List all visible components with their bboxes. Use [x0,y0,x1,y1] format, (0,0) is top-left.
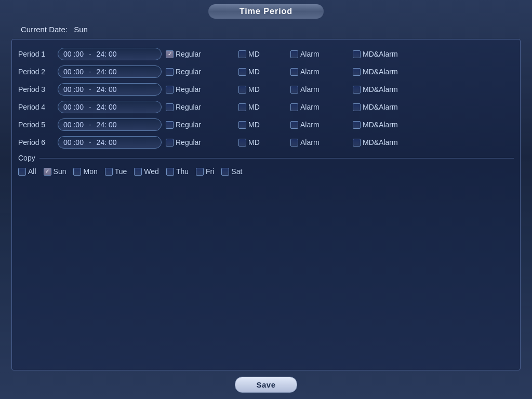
alarm-group-3[interactable]: Alarm [290,85,337,94]
day-check-thu[interactable]: Thu [166,167,189,176]
current-date-row: Current Date: Sun [17,25,521,34]
day-label-sat: Sat [231,167,242,176]
alarm-checkbox-2[interactable] [290,68,298,76]
md-checkbox-3[interactable] [238,86,246,94]
alarm-group-4[interactable]: Alarm [290,103,337,111]
time-field-1[interactable]: 00 :00 - 24: 00 [58,48,162,60]
regular-group-3[interactable]: Regular [166,85,223,94]
alarm-group-1[interactable]: Alarm [290,50,337,58]
mdalarm-checkbox-1[interactable] [353,50,361,58]
mdalarm-checkbox-2[interactable] [353,68,361,76]
period-label-3: Period 3 [18,85,54,94]
period-options-1: Regular MD Alarm MD&Alarm [166,50,514,58]
save-button[interactable]: Save [235,377,297,393]
mdalarm-group-1[interactable]: MD&Alarm [353,50,405,58]
time-dash-6: - [89,138,91,147]
period-options-6: Regular MD Alarm MD&Alarm [166,138,514,147]
md-group-3[interactable]: MD [238,85,275,94]
time-field-4[interactable]: 00 :00 - 24: 00 [58,101,162,113]
day-checkbox-tue[interactable] [105,168,113,176]
alarm-checkbox-1[interactable] [290,50,298,58]
day-label-tue: Tue [115,167,127,176]
md-checkbox-2[interactable] [238,68,246,76]
day-checkbox-sat[interactable] [221,168,229,176]
md-group-1[interactable]: MD [238,50,275,58]
regular-group-1[interactable]: Regular [166,50,223,58]
md-label-1: MD [248,50,260,58]
time-field-6[interactable]: 00 :00 - 24: 00 [58,136,162,149]
mdalarm-group-5[interactable]: MD&Alarm [353,121,405,129]
alarm-checkbox-6[interactable] [290,139,298,147]
md-checkbox-6[interactable] [238,139,246,147]
alarm-checkbox-4[interactable] [290,103,298,111]
day-checkbox-all[interactable] [18,168,26,176]
current-date-value: Sun [74,25,88,34]
regular-checkbox-1[interactable] [166,50,174,58]
md-group-4[interactable]: MD [238,103,275,111]
day-check-mon[interactable]: Mon [73,167,97,176]
start-time-4: 00 :00 [63,103,84,111]
regular-checkbox-2[interactable] [166,68,174,76]
period-options-2: Regular MD Alarm MD&Alarm [166,68,514,76]
alarm-label-2: Alarm [300,68,320,76]
time-field-3[interactable]: 00 :00 - 24: 00 [58,83,162,96]
day-check-sat[interactable]: Sat [221,167,242,176]
alarm-label-5: Alarm [300,121,320,129]
mdalarm-group-2[interactable]: MD&Alarm [353,68,405,76]
day-check-fri[interactable]: Fri [196,167,214,176]
regular-checkbox-3[interactable] [166,86,174,94]
period-row-1: Period 1 00 :00 - 24: 00 Regular MD Alar… [18,48,514,60]
time-field-5[interactable]: 00 :00 - 24: 00 [58,118,162,131]
day-checkbox-mon[interactable] [73,168,81,176]
md-group-2[interactable]: MD [238,68,275,76]
regular-checkbox-5[interactable] [166,121,174,129]
save-btn-container: Save [235,370,297,399]
day-check-wed[interactable]: Wed [134,167,159,176]
mdalarm-checkbox-3[interactable] [353,86,361,94]
alarm-label-6: Alarm [300,138,320,147]
md-group-6[interactable]: MD [238,138,275,147]
day-checkbox-thu[interactable] [166,168,174,176]
regular-group-2[interactable]: Regular [166,68,223,76]
mdalarm-label-6: MD&Alarm [363,138,398,147]
day-check-all[interactable]: All [18,167,36,176]
regular-group-5[interactable]: Regular [166,121,223,129]
regular-checkbox-4[interactable] [166,103,174,111]
current-date-label: Current Date: [21,25,68,34]
mdalarm-checkbox-4[interactable] [353,103,361,111]
alarm-group-6[interactable]: Alarm [290,138,337,147]
md-label-6: MD [248,138,260,147]
mdalarm-group-4[interactable]: MD&Alarm [353,103,405,111]
copy-label: Copy [18,154,35,162]
period-row-6: Period 6 00 :00 - 24: 00 Regular MD Alar… [18,136,514,149]
md-checkbox-4[interactable] [238,103,246,111]
mdalarm-checkbox-5[interactable] [353,121,361,129]
mdalarm-group-6[interactable]: MD&Alarm [353,138,405,147]
copy-divider [39,158,514,158]
day-check-sun[interactable]: Sun [44,167,66,176]
alarm-group-5[interactable]: Alarm [290,121,337,129]
period-label-1: Period 1 [18,50,54,58]
mdalarm-group-3[interactable]: MD&Alarm [353,85,405,94]
day-checkbox-sun[interactable] [44,168,51,176]
mdalarm-checkbox-6[interactable] [353,139,361,147]
md-checkbox-1[interactable] [238,50,246,58]
time-field-2[interactable]: 00 :00 - 24: 00 [58,65,162,78]
alarm-checkbox-5[interactable] [290,121,298,129]
md-label-2: MD [248,68,260,76]
day-checkbox-fri[interactable] [196,168,204,176]
regular-group-4[interactable]: Regular [166,103,223,111]
md-group-5[interactable]: MD [238,121,275,129]
alarm-group-2[interactable]: Alarm [290,68,337,76]
mdalarm-label-1: MD&Alarm [363,50,398,58]
day-checkbox-wed[interactable] [134,168,142,176]
period-label-6: Period 6 [18,138,54,147]
regular-group-6[interactable]: Regular [166,138,223,147]
copy-section: Copy All Sun Mon Tue Wed Thu Fri Sat [18,154,514,176]
md-checkbox-5[interactable] [238,121,246,129]
period-row-5: Period 5 00 :00 - 24: 00 Regular MD Alar… [18,118,514,131]
alarm-checkbox-3[interactable] [290,86,298,94]
regular-checkbox-6[interactable] [166,139,174,147]
period-row-3: Period 3 00 :00 - 24: 00 Regular MD Alar… [18,83,514,96]
day-check-tue[interactable]: Tue [105,167,127,176]
